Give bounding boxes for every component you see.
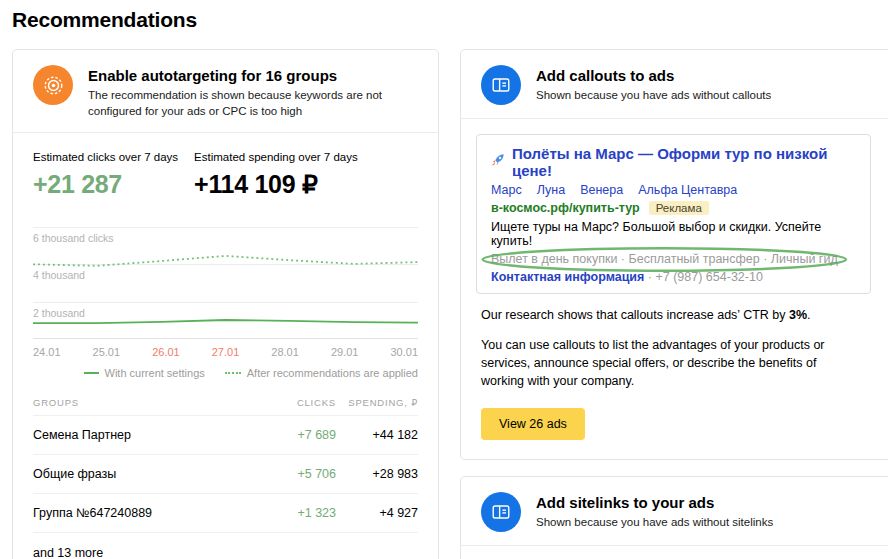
sitelinks-title: Add sitelinks to your ads — [536, 494, 773, 511]
callouts-subtitle: Shown because you have ads without callo… — [536, 88, 771, 104]
ad-sitelink[interactable]: Венера — [580, 183, 623, 197]
ad-phone: · +7 (987) 654-32-10 — [648, 270, 763, 284]
autotargeting-title: Enable autotargeting for 16 groups — [88, 67, 418, 84]
solid-line-swatch — [84, 372, 99, 374]
recommendations-page: Recommendations Enable autotargeting for… — [0, 0, 888, 559]
table-row: Семена Партнер +7 689 +44 182 — [33, 416, 418, 455]
sitelinks-card: Add sitelinks to your ads Shown because … — [460, 476, 888, 559]
ad-callouts-text: Вылет в день покупки · Бесплатный трансф… — [491, 252, 838, 266]
chart-legend: With current settings After recommendati… — [33, 367, 418, 379]
groups-table: GROUPS CLICKS SPENDING, ₽ Семена Партнер… — [33, 389, 418, 559]
callouts-benefits-text: You can use callouts to list the advanta… — [461, 336, 881, 390]
legend-current-settings: With current settings — [84, 367, 205, 379]
divider — [461, 545, 888, 546]
sitelinks-subtitle: Shown because you have ads without sitel… — [536, 515, 773, 531]
ad-sitelinks-icon — [481, 492, 521, 532]
page-title: Recommendations — [12, 8, 888, 32]
ad-contact-link[interactable]: Контактная информация — [491, 270, 644, 284]
table-row: Общие фразы +5 706 +28 983 — [33, 455, 418, 494]
ad-description: Ищете туры на Марс? Большой выбор и скид… — [491, 220, 856, 248]
clicks-forecast-chart: 6 thousand clicks 4 thousand 2 thousand … — [33, 221, 418, 379]
metric-spending: Estimated spending over 7 days +114 109 … — [194, 151, 358, 199]
table-row: Группа №647240889 +1 323 +4 927 — [33, 494, 418, 533]
autotargeting-subtitle: The recommendation is shown because keyw… — [88, 88, 418, 119]
ad-sitelinks: Марс Луна Венера Альфа Центавра — [491, 183, 856, 197]
ad-display-url: в-космос.рф/купить-тур — [491, 201, 640, 215]
ad-callouts-icon — [481, 65, 521, 105]
sitelinks-card-header: Add sitelinks to your ads Shown because … — [461, 477, 888, 545]
callouts-card: Add callouts to ads Shown because you ha… — [460, 49, 888, 460]
clicks-chart-lines — [33, 221, 418, 339]
metric-clicks: Estimated clicks over 7 days +21 287 — [33, 151, 178, 199]
rocket-icon — [491, 153, 505, 171]
legend-after-recommendations: After recommendations are applied — [225, 367, 418, 379]
metrics-row: Estimated clicks over 7 days +21 287 Est… — [13, 133, 438, 205]
callouts-research-text: Our research shows that callouts increas… — [461, 306, 881, 324]
chart-x-axis: 24.01 25.01 26.01 27.01 28.01 29.01 30.0… — [33, 346, 418, 358]
autotargeting-card: Enable autotargeting for 16 groups The r… — [12, 49, 439, 559]
clicks-estimate-value: +21 287 — [33, 170, 178, 199]
callouts-title: Add callouts to ads — [536, 67, 771, 84]
ad-preview: Полёты на Марс — Оформи тур по низкой це… — [476, 134, 871, 294]
autotargeting-card-header: Enable autotargeting for 16 groups The r… — [13, 50, 438, 132]
ad-sitelink[interactable]: Луна — [537, 183, 565, 197]
ad-title-link[interactable]: Полёты на Марс — Оформи тур по низкой це… — [512, 145, 856, 179]
callouts-card-header: Add callouts to ads Shown because you ha… — [461, 50, 888, 118]
view-ads-button[interactable]: View 26 ads — [481, 408, 585, 440]
ad-label-badge: Реклама — [649, 201, 709, 215]
ctr-increase-value: 3% — [789, 308, 807, 322]
table-header-row: GROUPS CLICKS SPENDING, ₽ — [33, 389, 418, 416]
callouts-highlight: Вылет в день покупки · Бесплатный трансф… — [491, 252, 838, 266]
ad-sitelink[interactable]: Марс — [491, 183, 522, 197]
divider — [461, 118, 888, 119]
spending-estimate-value: +114 109 ₽ — [194, 170, 358, 199]
more-groups-label: and 13 more — [33, 533, 418, 559]
dotted-line-swatch — [225, 372, 241, 374]
ad-sitelink[interactable]: Альфа Центавра — [638, 183, 737, 197]
autotargeting-icon — [33, 65, 73, 105]
